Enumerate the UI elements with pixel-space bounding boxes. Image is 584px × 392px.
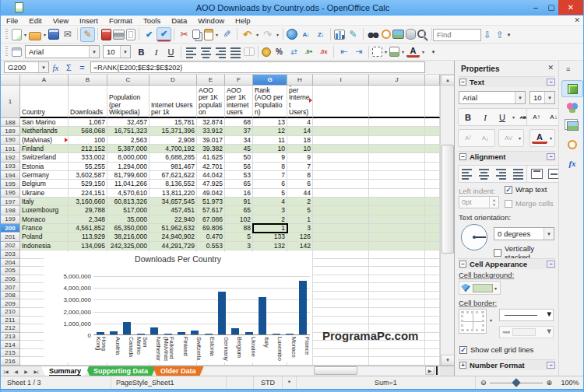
sheet-nav-icon-1[interactable]: ◀ [11, 366, 21, 376]
column-header-B[interactable]: B [69, 75, 107, 86]
left-indent-stepper[interactable]: 0pt ▲▼ [459, 196, 499, 208]
row-header-190[interactable]: 190 [1, 136, 20, 145]
cell-empty[interactable] [313, 317, 369, 325]
spellcheck-icon[interactable]: ✔ [142, 28, 156, 41]
row-header-196[interactable]: 196 [1, 189, 20, 198]
cell-C195[interactable]: 11,041,266 [107, 180, 150, 188]
cell-A196[interactable]: Ukraine [20, 189, 69, 198]
merge-cells-icon[interactable] [244, 47, 255, 56]
row-header-199[interactable]: 199 [1, 215, 20, 224]
chevron-down-icon[interactable]: ▼ [38, 62, 48, 72]
header-cell-H[interactable]: Rank (AOO per Internet Users) [287, 86, 313, 118]
section-header-alignment[interactable]: − Alignment − [458, 151, 555, 162]
chevron-down-icon[interactable]: ▾ [488, 317, 494, 323]
cell-B196[interactable]: 224,151 [69, 189, 107, 198]
row-header-191[interactable]: 191 [1, 145, 20, 153]
status-mode[interactable]: STD [254, 376, 283, 389]
cell-E190[interactable]: 39.017 [197, 136, 225, 145]
cell-empty[interactable] [313, 127, 369, 135]
cell-B197[interactable]: 3,160,660 [69, 198, 107, 206]
cell-empty[interactable] [369, 308, 425, 317]
cell-D189[interactable]: 15,371,396 [150, 127, 197, 135]
autospellcheck-icon[interactable]: ✔ [157, 28, 171, 41]
cell-empty[interactable] [313, 145, 369, 153]
cell-H188[interactable]: 4 [287, 118, 313, 127]
bold-icon[interactable]: B [135, 45, 148, 58]
chevron-down-icon[interactable]: ▾ [400, 49, 406, 54]
collapse-icon[interactable]: − [459, 261, 466, 268]
column-header-partial[interactable] [425, 75, 440, 86]
cell-G192[interactable]: 9 [253, 153, 287, 162]
cell-empty[interactable] [425, 180, 440, 188]
menu-insert[interactable]: Insert [74, 16, 104, 26]
row-header-208[interactable]: 208 [1, 292, 20, 300]
row-header-202[interactable]: 202 [1, 242, 20, 250]
expand-icon[interactable]: + [459, 362, 466, 369]
cell-H194[interactable]: 8 [287, 171, 313, 180]
zoom-slider[interactable]: ⊖ ⊕ [477, 376, 555, 389]
sidebar-font-size-combo[interactable]: 10 ▼ [529, 91, 555, 104]
cell-E193[interactable]: 42.701 [197, 163, 225, 171]
cell-F196[interactable]: 16 [225, 189, 253, 198]
cell-empty[interactable] [425, 324, 440, 333]
checkbox-icon[interactable] [494, 249, 501, 257]
formula-input[interactable] [90, 61, 425, 73]
header-cell-E[interactable]: AOO per 1K population [197, 86, 225, 118]
save-icon[interactable] [48, 29, 59, 40]
cell-empty[interactable] [425, 198, 440, 206]
cell-empty[interactable] [425, 259, 440, 268]
column-header-D[interactable]: D [150, 75, 197, 86]
chevron-down-icon[interactable]: ▾ [383, 49, 389, 54]
row-header-198[interactable]: 198 [1, 206, 20, 215]
chevron-down-icon[interactable]: ▾ [548, 135, 554, 141]
sidebar-close-icon[interactable]: ✕ [547, 64, 554, 72]
sum-icon[interactable]: Σ [62, 63, 76, 72]
cell-A198[interactable]: Luxembourg [20, 206, 69, 215]
navigator-icon[interactable] [382, 30, 391, 39]
cell-H199[interactable]: 1 [287, 215, 313, 224]
cell-A193[interactable]: Estonia [20, 163, 69, 171]
font-name-combo[interactable]: Arial ▼ [25, 45, 100, 58]
row-header-216[interactable]: 216 [1, 357, 20, 366]
cell-B189[interactable]: 568,068 [69, 127, 107, 135]
sort-ascending-icon[interactable]: A↓ [299, 28, 312, 41]
cell-A190[interactable]: (Malvinas) [20, 136, 69, 145]
cell-empty[interactable] [369, 349, 425, 358]
sidebar-tab-properties[interactable] [562, 81, 582, 96]
print-icon[interactable] [113, 30, 125, 40]
cell-empty[interactable] [425, 308, 440, 317]
wrap-text-checkbox[interactable]: Wrap text [505, 185, 547, 194]
cell-empty[interactable] [313, 267, 369, 275]
cell-H196[interactable]: 44 [287, 189, 313, 198]
cell-G188[interactable]: 13 [253, 118, 287, 127]
horizontal-scrollbar[interactable] [203, 366, 425, 375]
cell-H193[interactable]: 7 [287, 163, 313, 171]
chevron-down-icon[interactable]: ▾ [42, 32, 47, 37]
cell-C201[interactable]: 38,216,000 [107, 233, 150, 241]
cell-F200[interactable]: 88 [225, 224, 253, 233]
borders-icon[interactable] [372, 47, 382, 57]
cell-B190[interactable]: 100 [69, 136, 107, 145]
cell-E192[interactable]: 41.625 [197, 153, 225, 162]
align-center-icon[interactable] [199, 45, 213, 58]
cell-empty[interactable] [425, 292, 440, 300]
row-header-201[interactable]: 201 [1, 233, 20, 241]
cell-empty[interactable] [369, 357, 425, 366]
cell-D192[interactable]: 6,688,285 [150, 153, 197, 162]
decrease-indent-icon[interactable]: ⇤ [337, 45, 350, 58]
cell-empty[interactable] [425, 299, 440, 308]
align-right-icon[interactable] [494, 166, 510, 181]
print-preview-icon[interactable] [126, 29, 135, 40]
cell-D199[interactable]: 22,940 [150, 215, 197, 224]
cell-G201[interactable]: 133 [253, 233, 287, 241]
cell-G191[interactable]: 10 [253, 145, 287, 153]
cell-C202[interactable]: 242,325,000 [107, 242, 150, 250]
chevron-down-icon[interactable]: ▼ [546, 327, 553, 338]
cell-empty[interactable] [313, 357, 369, 366]
cell-D195[interactable]: 8,136,552 [150, 180, 197, 188]
cell-empty[interactable] [313, 242, 369, 250]
zoom-in-icon[interactable]: ⊕ [546, 379, 552, 387]
cell-G198[interactable]: 3 [253, 206, 287, 215]
orientation-combo[interactable]: 0 degrees ▼ [494, 227, 554, 240]
scroll-right-icon[interactable]: ▶ [425, 366, 434, 375]
